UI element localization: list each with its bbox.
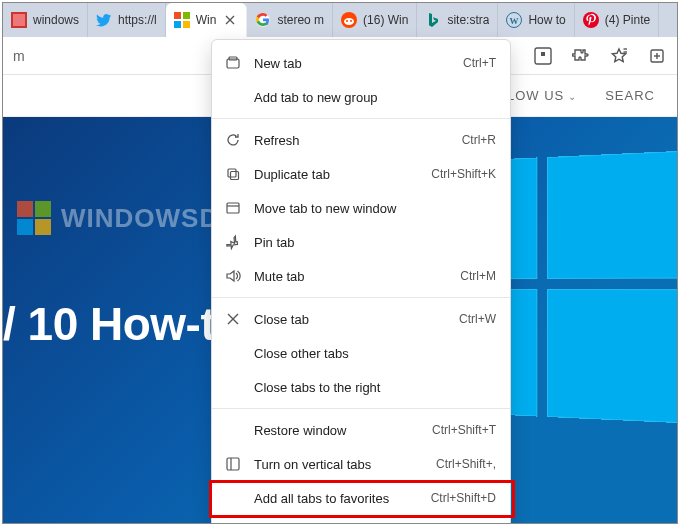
blank-icon	[224, 344, 242, 362]
new-tab-icon	[224, 54, 242, 72]
menu-separator	[212, 118, 510, 119]
tab-item[interactable]: windows	[3, 3, 88, 37]
tab-label: How to	[528, 13, 565, 27]
menu-item-shortcut: Ctrl+Shift+,	[436, 457, 496, 471]
menu-item[interactable]: Turn on vertical tabsCtrl+Shift+,	[212, 447, 510, 481]
svg-rect-23	[228, 169, 236, 177]
tab-item[interactable]: (16) Win	[333, 3, 417, 37]
menu-item[interactable]: Restore windowCtrl+Shift+T	[212, 413, 510, 447]
svg-rect-4	[174, 21, 181, 28]
menu-item-label: Refresh	[254, 133, 450, 148]
svg-rect-5	[183, 21, 190, 28]
menu-item-shortcut: Ctrl+W	[459, 312, 496, 326]
svg-point-9	[346, 20, 348, 22]
svg-rect-15	[541, 52, 545, 56]
refresh-icon	[224, 131, 242, 149]
menu-item[interactable]: RefreshCtrl+R	[212, 123, 510, 157]
tab-label: Win	[196, 13, 217, 27]
tab-close-icon[interactable]	[222, 12, 238, 28]
svg-rect-2	[174, 12, 181, 19]
menu-item[interactable]: Add all tabs to Collections›	[212, 515, 510, 524]
tab-label: stereo m	[277, 13, 324, 27]
menu-item[interactable]: Pin tab	[212, 225, 510, 259]
menu-item-shortcut: Ctrl+Shift+T	[432, 423, 496, 437]
reddit-icon	[341, 12, 357, 28]
menu-item-label: Add tab to new group	[254, 90, 496, 105]
tab-item[interactable]: W How to	[498, 3, 574, 37]
site-favicon-icon	[174, 12, 190, 28]
tab-strip: windows https://l Win stereo m	[3, 3, 677, 37]
tab-item[interactable]: (4) Pinte	[575, 3, 659, 37]
svg-point-8	[344, 18, 354, 25]
svg-rect-27	[227, 458, 239, 470]
bing-icon	[425, 12, 441, 28]
svg-rect-1	[13, 14, 25, 26]
tab-label: (16) Win	[363, 13, 408, 27]
menu-item[interactable]: Add all tabs to favoritesCtrl+Shift+D	[212, 481, 510, 515]
menu-item-label: New tab	[254, 56, 451, 71]
menu-item-shortcut: Ctrl+T	[463, 56, 496, 70]
svg-rect-24	[231, 172, 239, 180]
duplicate-icon	[224, 165, 242, 183]
menu-item-label: Pin tab	[254, 235, 496, 250]
menu-item-label: Close tab	[254, 312, 447, 327]
app-launcher-icon[interactable]	[533, 46, 553, 66]
svg-point-13	[583, 12, 599, 28]
tab-label: (4) Pinte	[605, 13, 650, 27]
google-icon	[255, 12, 271, 28]
close-icon	[224, 310, 242, 328]
svg-text:W: W	[510, 16, 519, 26]
tab-item[interactable]: stereo m	[247, 3, 333, 37]
blank-icon	[224, 489, 242, 507]
favorites-icon[interactable]	[609, 46, 629, 66]
menu-separator	[212, 408, 510, 409]
menu-item-label: Add all tabs to favorites	[254, 491, 419, 506]
menu-item[interactable]: Add tab to new group	[212, 80, 510, 114]
menu-item[interactable]: Move tab to new window	[212, 191, 510, 225]
menu-item-shortcut: Ctrl+R	[462, 133, 496, 147]
pinterest-icon	[583, 12, 599, 28]
menu-separator	[212, 297, 510, 298]
menu-item-shortcut: Ctrl+Shift+K	[431, 167, 496, 181]
tab-item[interactable]: https://l	[88, 3, 166, 37]
menu-item-label: Move tab to new window	[254, 201, 496, 216]
menu-item[interactable]: Close tabCtrl+W	[212, 302, 510, 336]
tab-item-active[interactable]: Win	[166, 3, 248, 37]
chevron-down-icon: ⌄	[568, 91, 577, 102]
tab-context-menu: New tabCtrl+TAdd tab to new groupRefresh…	[211, 39, 511, 524]
twitter-icon	[96, 12, 112, 28]
tab-label: site:stra	[447, 13, 489, 27]
vertical-icon	[224, 455, 242, 473]
favicon-generic-icon	[11, 12, 27, 28]
menu-item[interactable]: Close tabs to the right	[212, 370, 510, 404]
menu-item-label: Close tabs to the right	[254, 380, 496, 395]
menu-item[interactable]: New tabCtrl+T	[212, 46, 510, 80]
blank-icon	[224, 88, 242, 106]
pin-icon	[224, 233, 242, 251]
menu-item-label: Duplicate tab	[254, 167, 419, 182]
menu-item-shortcut: Ctrl+M	[460, 269, 496, 283]
menu-item-label: Turn on vertical tabs	[254, 457, 424, 472]
menu-item[interactable]: Mute tabCtrl+M	[212, 259, 510, 293]
collections-icon	[224, 523, 242, 524]
wordpress-icon: W	[506, 12, 522, 28]
tab-item[interactable]: site:stra	[417, 3, 498, 37]
tab-label: windows	[33, 13, 79, 27]
move-window-icon	[224, 199, 242, 217]
blank-icon	[224, 421, 242, 439]
tab-label: https://l	[118, 13, 157, 27]
menu-item[interactable]: Duplicate tabCtrl+Shift+K	[212, 157, 510, 191]
svg-rect-3	[183, 12, 190, 19]
svg-rect-25	[227, 203, 239, 213]
collections-icon[interactable]	[647, 46, 667, 66]
menu-item-label: Close other tabs	[254, 346, 496, 361]
svg-point-10	[350, 20, 352, 22]
menu-item-label: Mute tab	[254, 269, 448, 284]
mute-icon	[224, 267, 242, 285]
search-link[interactable]: SEARC	[605, 88, 655, 103]
menu-item[interactable]: Close other tabs	[212, 336, 510, 370]
extensions-icon[interactable]	[571, 46, 591, 66]
blank-icon	[224, 378, 242, 396]
windows-grid-icon	[17, 201, 51, 235]
menu-item-label: Restore window	[254, 423, 420, 438]
